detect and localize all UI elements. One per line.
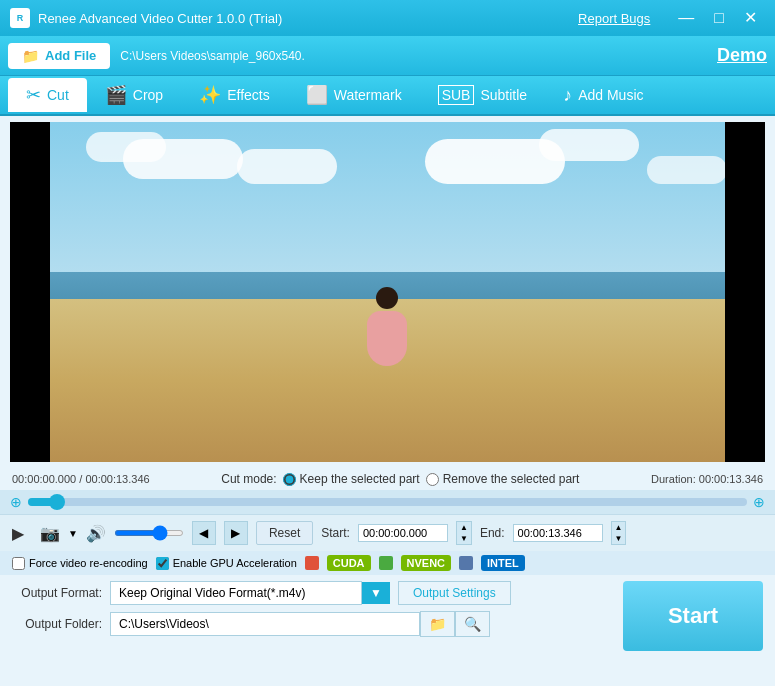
cuda-badge: CUDA: [327, 555, 371, 571]
end-time-down[interactable]: ▼: [612, 533, 626, 544]
prev-frame-button[interactable]: ◀: [192, 521, 216, 545]
cut-icon: ✂: [26, 84, 41, 106]
end-time-input[interactable]: [513, 524, 603, 542]
close-button[interactable]: ✕: [736, 8, 765, 28]
start-time-down[interactable]: ▼: [457, 533, 471, 544]
format-row: Output Format: ▼ Output Settings: [12, 581, 613, 605]
reset-button[interactable]: Reset: [256, 521, 313, 545]
start-time-input[interactable]: [358, 524, 448, 542]
format-dropdown-button[interactable]: ▼: [362, 582, 390, 604]
gpu-brand-icon-2: [379, 556, 393, 570]
gpu-accel-label: Enable GPU Acceleration: [173, 557, 297, 569]
force-encoding-label: Force video re-encoding: [29, 557, 148, 569]
seek-container: ⊕ ⊕: [0, 490, 775, 514]
browse-folder-button[interactable]: 📁: [420, 611, 455, 637]
tab-effects[interactable]: ✨ Effects: [181, 78, 288, 112]
demo-label: Demo: [717, 45, 767, 66]
output-fields: Output Format: ▼ Output Settings Output …: [12, 581, 613, 637]
format-label: Output Format:: [12, 586, 102, 600]
dropdown-arrow-icon[interactable]: ▼: [68, 528, 78, 539]
file-path: C:\Users Videos\sample_960x540.: [120, 49, 305, 63]
duration: Duration: 00:00:13.346: [651, 473, 763, 485]
folder-input-wrap: 📁 🔍: [110, 611, 490, 637]
maximize-button[interactable]: □: [706, 8, 732, 28]
watermark-icon: ⬜: [306, 84, 328, 106]
seek-end-icon[interactable]: ⊕: [753, 494, 765, 510]
cloud-5: [539, 129, 639, 161]
folder-label: Output Folder:: [12, 617, 102, 631]
start-time-spinners: ▲ ▼: [456, 521, 472, 545]
tab-subtitle-label: Subtitle: [480, 87, 527, 103]
keep-label: Keep the selected part: [300, 472, 420, 486]
keep-radio-group: Keep the selected part: [283, 472, 420, 486]
next-frame-button[interactable]: ▶: [224, 521, 248, 545]
folder-row: Output Folder: 📁 🔍: [12, 611, 613, 637]
tab-add-music[interactable]: ♪ Add Music: [545, 79, 661, 112]
black-bar-left: [10, 122, 50, 462]
tab-effects-label: Effects: [227, 87, 270, 103]
force-encoding-checkbox[interactable]: [12, 557, 25, 570]
seek-thumb[interactable]: [49, 494, 65, 510]
add-file-button[interactable]: 📁 Add File: [8, 43, 110, 69]
playback-bar: ▶ 📷 ▼ 🔊 ◀ ▶ Reset Start: ▲ ▼ End: ▲ ▼: [0, 514, 775, 551]
controls-bar: 00:00:00.000 / 00:00:13.346 Cut mode: Ke…: [0, 468, 775, 490]
play-button[interactable]: ▶: [12, 524, 24, 543]
cut-mode-label: Cut mode:: [221, 472, 276, 486]
tab-cut-label: Cut: [47, 87, 69, 103]
volume-icon: 🔊: [86, 524, 106, 543]
search-folder-button[interactable]: 🔍: [455, 611, 490, 637]
crop-icon: 🎬: [105, 84, 127, 106]
format-select-wrap: ▼: [110, 581, 390, 605]
tab-watermark[interactable]: ⬜ Watermark: [288, 78, 420, 112]
end-time-label: End:: [480, 526, 505, 540]
effects-icon: ✨: [199, 84, 221, 106]
remove-radio-group: Remove the selected part: [426, 472, 580, 486]
subtitle-icon: SUB: [438, 85, 475, 105]
gpu-accel-group: Enable GPU Acceleration: [156, 557, 297, 570]
add-file-icon: 📁: [22, 48, 39, 64]
video-preview: [10, 122, 765, 462]
format-input[interactable]: [110, 581, 362, 605]
tab-crop-label: Crop: [133, 87, 163, 103]
person-silhouette: [357, 287, 417, 377]
seek-start-icon[interactable]: ⊕: [10, 494, 22, 510]
volume-slider[interactable]: [114, 530, 184, 536]
gpu-brand-icon-1: [305, 556, 319, 570]
remove-radio[interactable]: [426, 473, 439, 486]
black-bar-right: [725, 122, 765, 462]
nav-tabs: ✂ Cut 🎬 Crop ✨ Effects ⬜ Watermark SUB S…: [0, 76, 775, 116]
report-bugs-link[interactable]: Report Bugs: [578, 11, 650, 26]
folder-path-input[interactable]: [110, 612, 420, 636]
snapshot-button[interactable]: 📷: [40, 524, 60, 543]
keep-radio[interactable]: [283, 473, 296, 486]
end-time-up[interactable]: ▲: [612, 522, 626, 533]
video-container: [10, 122, 765, 462]
cut-mode-group: Cut mode: Keep the selected part Remove …: [160, 472, 641, 486]
start-button[interactable]: Start: [623, 581, 763, 651]
current-time: 00:00:00.000 / 00:00:13.346: [12, 473, 150, 485]
cloud-2: [86, 132, 166, 162]
app-logo: R: [10, 8, 30, 28]
tab-add-music-label: Add Music: [578, 87, 643, 103]
options-bar: Force video re-encoding Enable GPU Accel…: [0, 551, 775, 575]
output-settings-button[interactable]: Output Settings: [398, 581, 511, 605]
app-title: Renee Advanced Video Cutter 1.0.0 (Trial…: [38, 11, 578, 26]
force-encoding-group: Force video re-encoding: [12, 557, 148, 570]
add-file-label: Add File: [45, 48, 96, 63]
start-time-up[interactable]: ▲: [457, 522, 471, 533]
cloud-3: [237, 149, 337, 184]
gpu-accel-checkbox[interactable]: [156, 557, 169, 570]
gpu-brand-icon-3: [459, 556, 473, 570]
seek-bar[interactable]: [28, 498, 747, 506]
end-time-spinners: ▲ ▼: [611, 521, 627, 545]
music-icon: ♪: [563, 85, 572, 106]
bottom-area: Output Format: ▼ Output Settings Output …: [0, 575, 775, 661]
window-controls: — □ ✕: [670, 8, 765, 28]
tab-subtitle[interactable]: SUB Subtitle: [420, 79, 546, 111]
tab-cut[interactable]: ✂ Cut: [8, 78, 87, 112]
start-time-label: Start:: [321, 526, 350, 540]
minimize-button[interactable]: —: [670, 8, 702, 28]
tab-crop[interactable]: 🎬 Crop: [87, 78, 181, 112]
tab-watermark-label: Watermark: [334, 87, 402, 103]
cloud-6: [647, 156, 727, 184]
